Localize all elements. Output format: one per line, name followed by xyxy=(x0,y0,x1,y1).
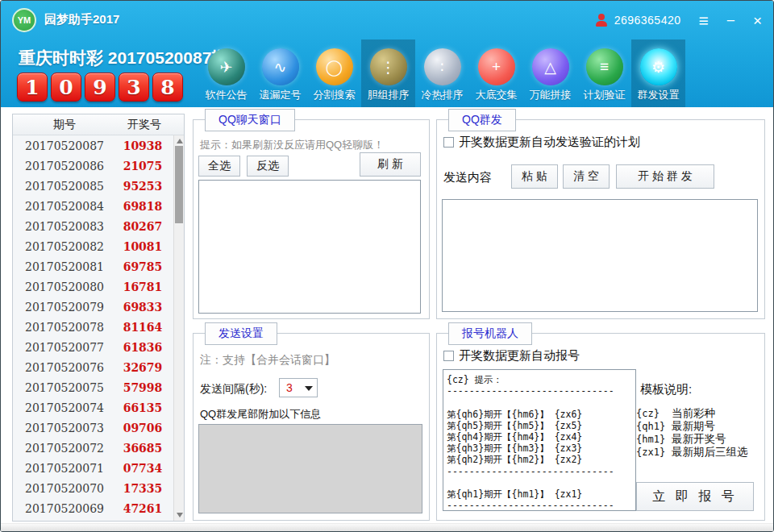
period-cell: 20170520078 xyxy=(13,321,116,334)
minimize-icon[interactable]: − xyxy=(726,13,735,28)
legend-row: {qh1}最新期号 xyxy=(636,420,748,433)
split-search-icon: ◯ xyxy=(316,48,353,85)
table-row[interactable]: 2017052007466135 xyxy=(13,397,173,418)
history-rows: 2017052008710938201705200862107520170520… xyxy=(13,135,173,521)
table-row[interactable]: 2017052008595253 xyxy=(13,176,173,196)
table-row[interactable]: 2017052007557998 xyxy=(13,377,173,397)
intersection-icon: + xyxy=(478,48,515,85)
start-mass-send-button[interactable]: 开 始 群 发 xyxy=(616,164,714,189)
table-row[interactable]: 2017052008710938 xyxy=(13,135,173,156)
scroll-down-icon[interactable] xyxy=(177,513,183,517)
winning-number-cell: 61836 xyxy=(116,341,169,354)
winning-number-cell: 69818 xyxy=(116,200,169,213)
winning-number-cell: 95253 xyxy=(116,180,169,193)
auto-send-row: 开奖数据更新自动发送验证的计划 xyxy=(443,135,640,150)
tail-message-box[interactable] xyxy=(198,424,422,513)
table-row[interactable]: 2017052007969833 xyxy=(13,297,173,317)
interval-value: 3 xyxy=(286,381,293,394)
qq-chat-group: QQ聊天窗口 提示：如果刷新没反应请用QQ轻聊版！ 全选 反选 刷 新 xyxy=(193,119,430,319)
table-row[interactable]: 2017052007236685 xyxy=(13,438,173,458)
toolbar-item-8[interactable]: ≡计划验证 xyxy=(577,39,631,107)
period-cell: 20170520069 xyxy=(13,502,116,515)
draw-history-panel: 期号 开奖号 201705200871093820170520086210752… xyxy=(12,114,185,522)
table-row[interactable]: 2017052008621075 xyxy=(13,156,173,176)
lottery-title: 重庆时时彩 20170520087期 xyxy=(19,47,228,69)
auto-report-checkbox[interactable] xyxy=(443,351,454,361)
auto-report-row: 开奖数据更新自动报号 xyxy=(443,348,580,364)
toolbar-item-label: 群发设置 xyxy=(638,88,680,102)
table-row[interactable]: 2017052007107734 xyxy=(13,458,173,478)
legend-key: {hm1} xyxy=(636,434,672,445)
toolbar: ✈软件公告∿遗漏定号◯分割搜索⋮胆组排序∶冷热排序+大底交集△万能拼接≡计划验证… xyxy=(199,39,685,107)
toolbar-item-9[interactable]: ⚙群发设置 xyxy=(631,39,685,107)
table-row[interactable]: 2017052008016781 xyxy=(13,276,173,297)
interval-label: 发送间隔(秒): xyxy=(200,382,267,397)
toolbar-item-label: 计划验证 xyxy=(584,88,626,102)
table-row[interactable]: 2017052007309706 xyxy=(13,418,173,438)
table-row[interactable]: 2017052008469818 xyxy=(13,196,173,216)
toolbar-item-label: 遗漏定号 xyxy=(260,88,302,102)
winning-number-cell: 09706 xyxy=(116,422,169,434)
period-cell: 20170520084 xyxy=(13,200,116,213)
menu-icon[interactable]: ≡ xyxy=(699,13,709,28)
winning-number-cell: 36685 xyxy=(116,442,169,455)
period-cell: 20170520087 xyxy=(13,139,116,152)
draw-digit: 3 xyxy=(119,73,149,102)
window-bottom-edge xyxy=(1,523,773,532)
toolbar-item-3[interactable]: ◯分割搜索 xyxy=(307,39,361,107)
send-settings-group-title: 发送设置 xyxy=(205,322,277,345)
table-row[interactable]: 2017052006947261 xyxy=(13,498,173,518)
report-template-textarea[interactable]: {cz} 提示： ------------------------------ … xyxy=(443,369,636,511)
invert-select-button[interactable]: 反选 xyxy=(247,156,289,177)
report-now-button[interactable]: 立 即 报 号 xyxy=(636,482,754,511)
toolbar-item-7[interactable]: △万能拼接 xyxy=(523,39,577,107)
select-all-button[interactable]: 全选 xyxy=(198,156,240,177)
winning-number-cell: 17335 xyxy=(116,482,169,495)
legend-key: {qh1} xyxy=(636,421,672,432)
scroll-up-icon[interactable] xyxy=(177,139,183,143)
table-row[interactable]: 2017052007761836 xyxy=(13,337,173,357)
toolbar-item-2[interactable]: ∿遗漏定号 xyxy=(253,39,307,107)
column-header-period: 期号 xyxy=(13,118,116,132)
interval-select[interactable]: 3 xyxy=(279,378,318,397)
table-row[interactable]: 2017052008169785 xyxy=(13,256,173,276)
period-cell: 20170520076 xyxy=(13,361,116,374)
history-scrollbar[interactable] xyxy=(173,135,184,521)
send-content-textarea[interactable] xyxy=(442,199,758,312)
period-cell: 20170520082 xyxy=(13,240,116,253)
template-legend-title: 模板说明: xyxy=(640,382,692,397)
window-chrome: YM 园梦助手2017 2696365420 ≡ − × 重庆时时彩 20170… xyxy=(1,1,773,107)
qq-mass-send-group-title: QQ群发 xyxy=(448,109,516,131)
table-row[interactable]: 2017052007632679 xyxy=(13,357,173,377)
clear-button[interactable]: 清 空 xyxy=(563,164,610,189)
legend-row: {hm1}最新开奖号 xyxy=(636,433,748,446)
send-content-label: 发送内容 xyxy=(443,170,492,185)
scrollbar-thumb[interactable] xyxy=(175,146,183,223)
user-icon xyxy=(595,14,608,27)
template-legend: {cz}当前彩种{qh1}最新期号{hm1}最新开奖号{zx1}最新期后三组选 xyxy=(636,407,748,459)
paste-button[interactable]: 粘 贴 xyxy=(511,164,558,189)
toolbar-item-6[interactable]: +大底交集 xyxy=(469,39,523,107)
table-row[interactable]: 2017052007881164 xyxy=(13,317,173,337)
close-icon[interactable]: × xyxy=(753,13,762,28)
refresh-button[interactable]: 刷 新 xyxy=(360,152,421,177)
period-cell: 20170520080 xyxy=(13,281,116,293)
app-window: YM 园梦助手2017 2696365420 ≡ − × 重庆时时彩 20170… xyxy=(0,0,774,532)
column-header-number: 开奖号 xyxy=(116,118,173,132)
toolbar-item-5[interactable]: ∶冷热排序 xyxy=(415,39,469,107)
toolbar-item-1[interactable]: ✈软件公告 xyxy=(199,39,253,107)
toolbar-item-4[interactable]: ⋮胆组排序 xyxy=(361,39,415,107)
winning-number-cell: 47261 xyxy=(116,502,169,515)
tail-message-label: QQ群发尾部附加以下信息 xyxy=(200,407,321,422)
table-row[interactable]: 2017052008380267 xyxy=(13,216,173,236)
qq-window-list[interactable] xyxy=(198,180,421,314)
draw-digit: 1 xyxy=(17,73,48,102)
auto-send-checkbox[interactable] xyxy=(443,137,454,148)
table-row[interactable]: 2017052007017335 xyxy=(13,478,173,498)
winning-number-cell: 21075 xyxy=(116,160,169,172)
draw-digit: 0 xyxy=(51,73,81,102)
toolbar-item-label: 软件公告 xyxy=(206,88,248,102)
period-cell: 20170520083 xyxy=(13,220,116,233)
table-row[interactable]: 2017052008210081 xyxy=(13,236,173,256)
auto-send-label: 开奖数据更新自动发送验证的计划 xyxy=(459,135,640,148)
